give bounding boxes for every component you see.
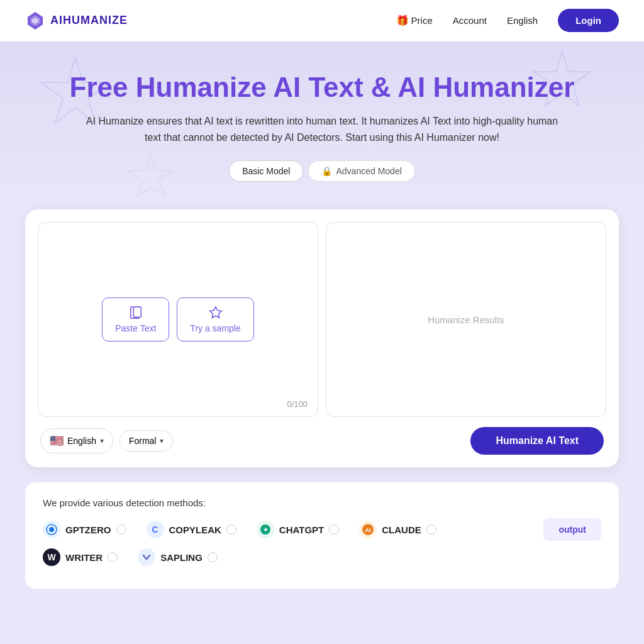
flag-icon: 🇺🇸	[50, 434, 64, 448]
nav-price[interactable]: 🎁 Price	[396, 14, 433, 26]
svg-text:AI: AI	[365, 527, 371, 533]
language-chevron-icon: ▾	[100, 436, 104, 445]
chatgpt-radio[interactable]	[329, 525, 339, 535]
sapling-label: SAPLING	[160, 552, 203, 563]
gptzero-radio[interactable]	[116, 525, 126, 535]
copyleak-label: COPYLEAK	[169, 525, 221, 535]
advanced-model-label: Advanced Model	[336, 166, 401, 176]
svg-marker-7	[209, 307, 221, 318]
language-selector[interactable]: 🇺🇸 English ▾	[40, 428, 113, 453]
gptzero-label: GPTZERO	[65, 525, 111, 535]
svg-text:✦: ✦	[263, 526, 269, 533]
detection-row-1: GPTZERO C COPYLEAK ✦ CHATGPT	[43, 518, 601, 541]
try-sample-button[interactable]: Try a sample	[177, 297, 253, 341]
nav: 🎁 Price Account English Login	[396, 9, 619, 32]
paste-text-label: Paste Text	[115, 323, 156, 333]
gptzero-icon	[43, 521, 60, 538]
nav-account-label: Account	[453, 15, 487, 26]
hero-title: Free Humanize AI Text & AI Humanizer	[25, 72, 619, 103]
hero-section: Free Humanize AI Text & AI Humanizer AI …	[0, 42, 644, 209]
copyleak-radio[interactable]	[226, 525, 236, 535]
main-editor-card: Paste Text Try a sample 0/100 Humanize R…	[25, 209, 619, 467]
detection-title: We provide various detection methods:	[43, 497, 601, 508]
language-label: English	[67, 436, 96, 446]
writer-icon: W	[43, 548, 60, 566]
chatgpt-label: CHATGPT	[279, 525, 324, 535]
header: AIHUMANIZE 🎁 Price Account English Login	[0, 0, 644, 42]
tone-chevron-icon: ▾	[160, 436, 164, 445]
price-icon: 🎁	[396, 14, 409, 26]
logo[interactable]: AIHUMANIZE	[25, 11, 128, 31]
lock-icon: 🔒	[321, 166, 332, 176]
nav-language[interactable]: English	[507, 15, 538, 26]
sapling-radio[interactable]	[208, 552, 218, 562]
detection-card: We provide various detection methods: GP…	[25, 482, 619, 589]
sapling-icon	[138, 548, 155, 566]
star-icon	[209, 306, 223, 319]
nav-language-label: English	[507, 15, 538, 26]
paste-text-button[interactable]: Paste Text	[102, 297, 169, 341]
logo-icon	[25, 11, 45, 31]
claude-label: CLAUDE	[382, 525, 421, 535]
hero-title-colored: Humanize AI Text & AI Humanizer	[136, 72, 575, 103]
detection-item-writer[interactable]: W WRITER	[43, 548, 118, 566]
input-pane[interactable]: Paste Text Try a sample 0/100	[38, 222, 318, 417]
claude-radio[interactable]	[426, 525, 436, 535]
tone-label: Formal	[129, 436, 157, 446]
detection-item-claude[interactable]: AI CLAUDE	[359, 521, 436, 538]
writer-radio[interactable]	[108, 552, 118, 562]
output-pane: Humanize Results	[326, 222, 606, 417]
output-badge[interactable]: output	[543, 518, 601, 541]
nav-price-label: Price	[411, 15, 433, 26]
paste-icon	[129, 306, 143, 319]
login-button[interactable]: Login	[558, 9, 619, 32]
nav-account[interactable]: Account	[453, 15, 487, 26]
tone-selector[interactable]: Formal ▾	[119, 430, 174, 452]
humanize-button[interactable]: Humanize AI Text	[470, 427, 604, 455]
action-buttons: Paste Text Try a sample	[102, 297, 254, 341]
detection-row-2: W WRITER SAPLING	[43, 548, 601, 566]
copyleak-icon: C	[147, 521, 164, 538]
hero-description: AI Humanize ensures that AI text is rewr…	[77, 113, 567, 145]
editor-area: Paste Text Try a sample 0/100 Humanize R…	[38, 222, 606, 417]
svg-point-9	[49, 527, 54, 532]
char-count: 0/100	[287, 399, 308, 409]
bottom-left-controls: 🇺🇸 English ▾ Formal ▾	[40, 428, 173, 453]
detection-item-copyleak[interactable]: C COPYLEAK	[147, 521, 236, 538]
bottom-bar: 🇺🇸 English ▾ Formal ▾ Humanize AI Text	[38, 427, 606, 455]
writer-label: WRITER	[65, 552, 103, 563]
tab-advanced-model[interactable]: 🔒 Advanced Model	[308, 160, 414, 182]
model-tabs: Basic Model 🔒 Advanced Model	[25, 160, 619, 182]
detection-item-gptzero[interactable]: GPTZERO	[43, 521, 126, 538]
tab-basic-model[interactable]: Basic Model	[229, 160, 303, 182]
detection-item-chatgpt[interactable]: ✦ CHATGPT	[257, 521, 339, 538]
humanize-results-label: Humanize Results	[428, 314, 504, 325]
chatgpt-icon: ✦	[257, 521, 274, 538]
detection-item-sapling[interactable]: SAPLING	[138, 548, 218, 566]
svg-rect-6	[133, 307, 141, 318]
hero-title-prefix: Free	[70, 72, 136, 103]
try-sample-label: Try a sample	[190, 323, 240, 333]
logo-text: AIHUMANIZE	[50, 14, 128, 27]
claude-icon: AI	[359, 521, 377, 538]
